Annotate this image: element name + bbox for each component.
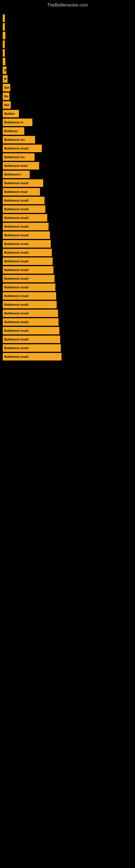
bar-item: Bottleneck result [3, 353, 61, 361]
bar-item: Bot [3, 101, 11, 109]
bar-label: Bottleneck result [4, 355, 28, 358]
bar-row: B [3, 66, 132, 74]
bar-item: Bottlenec [3, 127, 24, 135]
bar-label: Bottleneck result [4, 312, 28, 315]
bar-item [3, 14, 5, 22]
bar-label: Bottleneck result [4, 320, 28, 323]
bar-label: Bottleneck result [4, 199, 28, 202]
bar-item [3, 40, 5, 48]
bar-label: Bottleneck result [4, 277, 28, 280]
bar-row [3, 40, 132, 48]
bar-label: Bottleneck result [4, 259, 28, 263]
bar-row: Bottleneck result [3, 249, 132, 256]
bar-item: Bottleneck result [3, 257, 53, 265]
bar-label: Bottleneck result [4, 216, 28, 219]
bar-label: Bottleneck result [4, 303, 28, 306]
bar-row: Bottleneck re [3, 119, 132, 126]
bar-item: Bottleneck result [3, 283, 55, 291]
bar-label: Bottleneck result [4, 286, 28, 289]
bar-row: Bottleneck result [3, 292, 132, 300]
bar-row: Bottleneck result [3, 327, 132, 335]
bar-row: Bottleneck resul [3, 188, 132, 195]
bar-row [3, 32, 132, 39]
bar-row: Bottleneck result [3, 266, 132, 274]
bar-label: Bot [4, 103, 9, 106]
bar-label: Bottleneck result [4, 182, 28, 185]
bar-item: Bottleneck result [3, 214, 47, 222]
bar-label: Bottleneck resul [4, 190, 28, 193]
bar-item: Bottleneck result [3, 344, 61, 352]
bar-row [3, 58, 132, 65]
bar-row: Bottleneck res [3, 136, 132, 144]
bar-row: Bottleneck result [3, 301, 132, 308]
bar-item: Bottleneck result [3, 205, 45, 213]
bar-label: B [4, 69, 6, 72]
bar-item [3, 23, 5, 31]
bar-label: Bottleneck re [4, 121, 23, 124]
bar-item: B [3, 75, 8, 83]
bar-item: Bottleneck result [3, 249, 52, 256]
bar-label: Bottleneck result [4, 251, 28, 254]
bar-row: Bottleneck result [3, 275, 132, 282]
bar-item: Bottleneck r [3, 170, 30, 178]
bar-item: B [3, 66, 6, 74]
bar-item: Bottlen [3, 110, 19, 118]
bar-item: Bottleneck result [3, 223, 49, 230]
bar-item: Bottleneck result [3, 310, 58, 317]
bar-label: Bottleneck result [4, 225, 28, 228]
bar-row: Bottlen [3, 110, 132, 118]
bar-label: B [4, 77, 6, 81]
bar-label: Bottleneck result [4, 329, 28, 332]
site-title: TheBottlenecker.com [0, 0, 135, 9]
site-title-text: TheBottlenecker.com [0, 0, 135, 9]
bar-row: Bottleneck res [3, 153, 132, 161]
bar-row: B [3, 75, 132, 83]
bar-item: Bo [3, 93, 9, 100]
bar-item: Bottleneck resul [3, 162, 39, 169]
bar-row: Bottleneck result [3, 310, 132, 317]
bar-row: Bo [3, 93, 132, 100]
bar-row: Bottleneck result [3, 214, 132, 222]
bar-label: Bottleneck result [4, 234, 28, 237]
bar-item: Bottleneck result [3, 275, 54, 282]
bar-row: Bottleneck result [3, 231, 132, 239]
bar-label: Bottleneck result [4, 208, 28, 211]
bar-row [3, 14, 132, 22]
bar-item: Bottleneck resul [3, 188, 40, 195]
bar-row [3, 23, 132, 31]
bar-label: Bottleneck result [4, 346, 28, 350]
bar-item: Bottleneck result [3, 292, 56, 300]
bar-row: Bottleneck result [3, 353, 132, 361]
bar-item: Bottleneck result [3, 318, 58, 326]
bar-item: Bottleneck result [3, 266, 53, 274]
bar-item: Bottleneck result [3, 179, 43, 187]
bar-row: Bottleneck result [3, 223, 132, 230]
bar-label: Bottleneck resul [4, 164, 28, 167]
bar-label: Bottlen [4, 112, 14, 115]
bar-label: Bot [4, 86, 9, 89]
bar-item: Bottleneck re [3, 119, 32, 126]
bar-row: Bottleneck r [3, 170, 132, 178]
bar-row: Bottleneck result [3, 240, 132, 248]
bar-item: Bot [3, 84, 10, 91]
bar-row: Bottleneck result [3, 197, 132, 204]
bar-item: Bottleneck result [3, 145, 42, 152]
bar-label: Bottleneck result [4, 147, 28, 150]
bar-row: Bottleneck result [3, 318, 132, 326]
bar-item: Bottleneck result [3, 327, 59, 335]
bar-row: Bottleneck result [3, 336, 132, 343]
bar-row: Bottleneck result [3, 344, 132, 352]
bar-row: Bottleneck result [3, 257, 132, 265]
bars-container: BBBotBoBotBottlenBottleneck reBottlenecB… [0, 9, 135, 364]
bar-label: Bottleneck res [4, 155, 25, 159]
bar-item: Bottleneck result [3, 197, 45, 204]
bar-item: Bottleneck result [3, 336, 60, 343]
bar-label: Bottlenec [4, 129, 18, 133]
bar-row: Bot [3, 84, 132, 91]
bar-row: Bottleneck result [3, 283, 132, 291]
bar-row: Bot [3, 101, 132, 109]
bar-item: Bottleneck result [3, 231, 50, 239]
bar-item [3, 32, 5, 39]
bar-label: Bottleneck result [4, 268, 28, 272]
bar-item [3, 49, 5, 57]
